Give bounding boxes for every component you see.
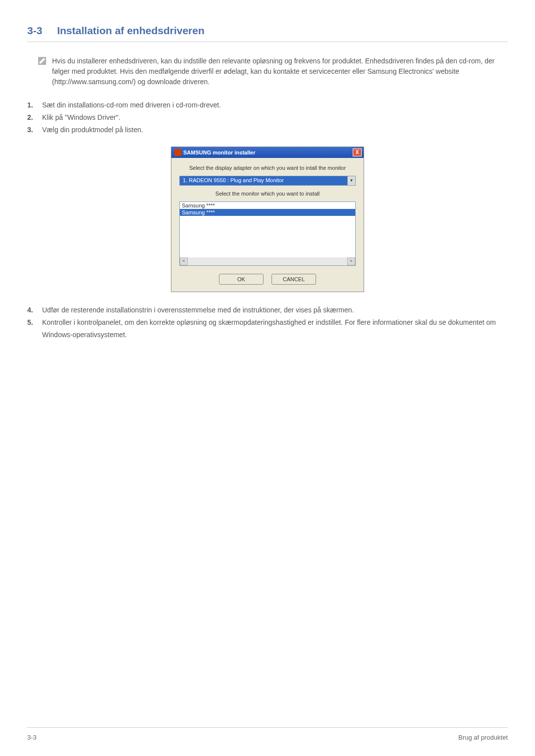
step-item: Sæt din installations-cd-rom med drivere… (38, 99, 508, 111)
steps-list-1: Sæt din installations-cd-rom med drivere… (29, 99, 508, 137)
section-title-text: Installation af enhedsdriveren (57, 25, 205, 36)
page-title: 3-3 Installation af enhedsdriveren (27, 25, 508, 42)
chevron-down-icon[interactable]: ▼ (347, 176, 355, 185)
scroll-right-button[interactable]: > (347, 257, 355, 265)
cancel-button[interactable]: CANCEL (271, 274, 316, 285)
titlebar[interactable]: SAMSUNG monitor installer X (171, 147, 364, 158)
list-item[interactable]: Samsung **** (180, 202, 355, 209)
app-icon (174, 149, 181, 156)
ok-button[interactable]: OK (219, 274, 264, 285)
note-text: Hvis du installerer enhedsdriveren, kan … (52, 56, 508, 87)
step-item: Vælg din produktmodel på listen. (38, 124, 508, 136)
steps-list-2: Udfør de resterende installationstrin i … (29, 304, 508, 342)
list-item-selected[interactable]: Samsung **** (180, 209, 355, 216)
info-note: Hvis du installerer enhedsdriveren, kan … (38, 56, 508, 87)
adapter-label: Select the display adapter on which you … (179, 165, 356, 171)
horizontal-scrollbar[interactable]: < > (180, 257, 355, 265)
step-item: Kontroller i kontrolpanelet, om den korr… (38, 316, 508, 341)
adapter-selected: 1. RADEON 9550 : Plug and Play Monitor (180, 176, 347, 185)
footer-right: Brug af produktet (458, 734, 508, 741)
section-number: 3-3 (27, 25, 42, 36)
close-button[interactable]: X (353, 149, 362, 156)
dialog-title: SAMSUNG monitor installer (183, 150, 255, 155)
scroll-left-button[interactable]: < (180, 257, 188, 265)
step-item: Udfør de resterende installationstrin i … (38, 304, 508, 316)
monitor-listbox[interactable]: Samsung **** Samsung **** < > (179, 202, 356, 266)
monitor-label: Select the monitor which you want to ins… (179, 191, 356, 197)
page-footer: 3-3 Brug af produktet (27, 727, 508, 741)
installer-dialog: SAMSUNG monitor installer X Select the d… (171, 147, 364, 292)
step-item: Klik på "Windows Driver". (38, 111, 508, 124)
note-icon (38, 57, 46, 65)
footer-left: 3-3 (27, 734, 37, 741)
adapter-dropdown[interactable]: 1. RADEON 9550 : Plug and Play Monitor ▼ (179, 176, 356, 186)
